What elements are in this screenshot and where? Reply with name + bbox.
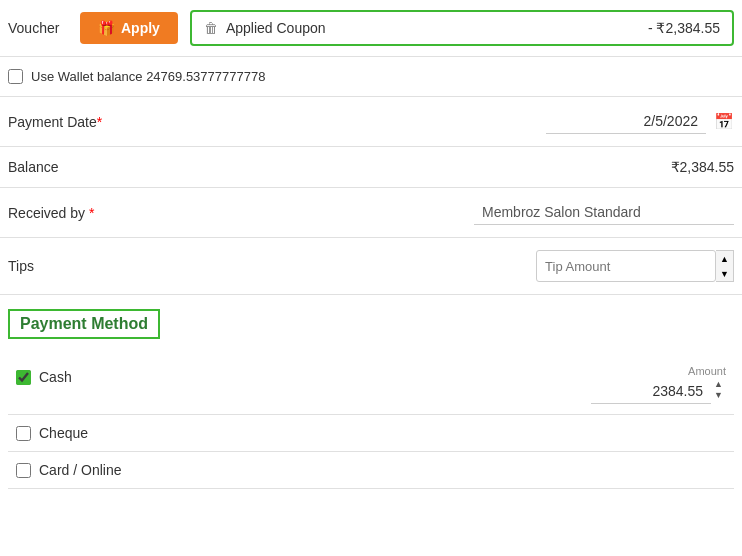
cheque-checkbox[interactable]: [16, 426, 31, 441]
wallet-row: Use Wallet balance 24769.53777777778: [0, 57, 742, 97]
received-by-row: Received by *: [0, 188, 742, 238]
received-by-input[interactable]: [474, 200, 734, 225]
card-online-label: Card / Online: [39, 462, 726, 478]
amount-input-wrapper: ▲ ▼: [591, 379, 726, 404]
cash-row: Cash Amount ▲ ▼: [8, 355, 734, 415]
amount-spinner-down[interactable]: ▼: [711, 390, 726, 401]
balance-value: ₹2,384.55: [208, 159, 734, 175]
payment-method-section: Payment Method Cash Amount ▲ ▼ C: [0, 295, 742, 497]
received-by-star: *: [85, 205, 94, 221]
cheque-row: Cheque: [8, 415, 734, 452]
main-container: Voucher 🎁 Apply 🗑 Applied Coupon - ₹2,38…: [0, 0, 742, 497]
tips-label: Tips: [8, 258, 208, 274]
required-star: *: [97, 114, 102, 130]
trash-icon[interactable]: 🗑: [204, 20, 218, 36]
amount-spinners: ▲ ▼: [711, 379, 726, 404]
cash-amount-section: Amount ▲ ▼: [546, 365, 726, 404]
payment-date-input[interactable]: [546, 109, 706, 134]
tip-spinner-down[interactable]: ▼: [716, 266, 733, 281]
cheque-label: Cheque: [39, 425, 726, 441]
tip-amount-input[interactable]: [536, 250, 716, 282]
card-online-row: Card / Online: [8, 452, 734, 489]
applied-coupon-box: 🗑 Applied Coupon - ₹2,384.55: [190, 10, 734, 46]
balance-amount: ₹2,384.55: [671, 159, 735, 175]
applied-coupon-amount: - ₹2,384.55: [648, 20, 720, 36]
applied-coupon-left: 🗑 Applied Coupon: [204, 20, 326, 36]
payment-date-value: 📅: [208, 109, 734, 134]
balance-row: Balance ₹2,384.55: [0, 147, 742, 188]
wallet-label: Use Wallet balance 24769.53777777778: [31, 69, 265, 84]
payment-date-label: Payment Date*: [8, 114, 208, 130]
wallet-checkbox[interactable]: [8, 69, 23, 84]
gift-icon: 🎁: [98, 20, 115, 36]
payment-method-heading: Payment Method: [8, 309, 160, 339]
received-by-label: Received by *: [8, 205, 208, 221]
amount-label: Amount: [688, 365, 726, 377]
received-by-value: [208, 200, 734, 225]
top-row: Voucher 🎁 Apply 🗑 Applied Coupon - ₹2,38…: [0, 0, 742, 57]
tips-value: ▲ ▼: [208, 250, 734, 282]
tip-spinner-up[interactable]: ▲: [716, 251, 733, 266]
payment-date-row: Payment Date* 📅: [0, 97, 742, 147]
cash-left: Cash: [16, 365, 546, 385]
cash-label: Cash: [39, 369, 546, 385]
voucher-label: Voucher: [8, 20, 68, 36]
cash-checkbox[interactable]: [16, 370, 31, 385]
applied-coupon-text: Applied Coupon: [226, 20, 326, 36]
tip-spinners: ▲ ▼: [716, 250, 734, 282]
balance-label: Balance: [8, 159, 208, 175]
apply-button[interactable]: 🎁 Apply: [80, 12, 178, 44]
cash-amount-input[interactable]: [591, 379, 711, 404]
tip-wrapper: ▲ ▼: [536, 250, 734, 282]
card-online-checkbox[interactable]: [16, 463, 31, 478]
tips-row: Tips ▲ ▼: [0, 238, 742, 295]
calendar-icon[interactable]: 📅: [714, 112, 734, 131]
amount-spinner-up[interactable]: ▲: [711, 379, 726, 390]
